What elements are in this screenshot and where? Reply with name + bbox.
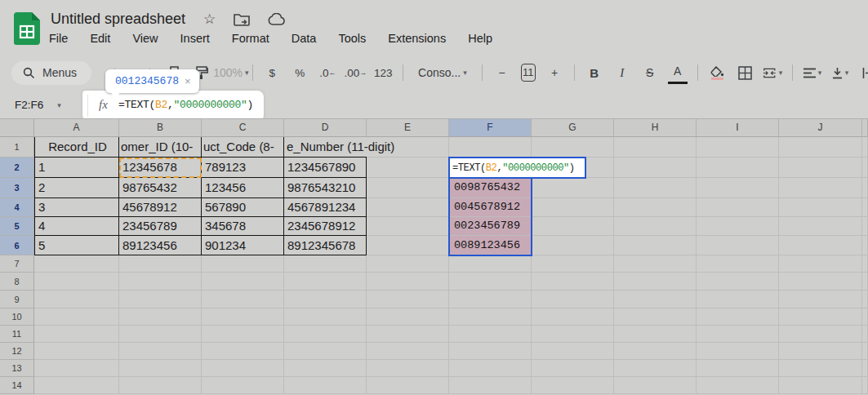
cell-A10[interactable] xyxy=(34,308,119,326)
cell-D14[interactable] xyxy=(284,377,367,394)
cell-E3[interactable] xyxy=(367,178,449,198)
row-header-6[interactable]: 6 xyxy=(0,236,34,255)
cell-K11[interactable] xyxy=(862,326,868,343)
cell-A1[interactable]: Record_ID xyxy=(34,137,119,158)
cell-D9[interactable] xyxy=(284,291,367,308)
cell-K5[interactable] xyxy=(862,217,868,236)
column-header-H[interactable]: H xyxy=(614,119,697,137)
cell-B13[interactable] xyxy=(119,360,202,377)
cell-H14[interactable] xyxy=(614,377,697,394)
font-dropdown[interactable]: Conso...▾ xyxy=(413,63,472,82)
cell-B10[interactable] xyxy=(119,308,202,326)
menu-item-view[interactable]: View xyxy=(132,32,158,45)
cell-I14[interactable] xyxy=(697,377,779,394)
increase-decimal-button[interactable]: .00→ xyxy=(345,63,365,82)
cell-C5[interactable]: 345678 xyxy=(202,217,284,236)
column-header-C[interactable]: C xyxy=(202,119,284,137)
cell-G7[interactable] xyxy=(532,255,614,273)
row-header-4[interactable]: 4 xyxy=(0,198,34,217)
cell-K13[interactable] xyxy=(862,360,868,377)
cell-K8[interactable] xyxy=(862,273,868,291)
cell-G8[interactable] xyxy=(532,273,614,291)
cell-C3[interactable]: 123456 xyxy=(202,178,284,198)
cell-B4[interactable]: 45678912 xyxy=(119,198,202,217)
row-header-11[interactable]: 11 xyxy=(0,326,34,343)
cell-G9[interactable] xyxy=(532,291,614,308)
cell-K7[interactable] xyxy=(862,255,868,273)
cell-G4[interactable] xyxy=(532,198,614,217)
row-header-12[interactable]: 12 xyxy=(0,343,34,360)
cell-D10[interactable] xyxy=(284,308,367,326)
row-header-3[interactable]: 3 xyxy=(0,178,34,198)
select-all-corner[interactable] xyxy=(0,119,34,137)
cell-B5[interactable]: 23456789 xyxy=(119,217,202,236)
cell-J1[interactable] xyxy=(779,137,862,158)
bold-button[interactable]: B xyxy=(585,63,604,82)
cell-H3[interactable] xyxy=(614,178,697,198)
row-header-14[interactable]: 14 xyxy=(0,377,34,394)
row-header-1[interactable]: 1 xyxy=(0,137,34,158)
cell-A11[interactable] xyxy=(34,326,119,343)
cell-C1[interactable]: uct_Code (8- xyxy=(202,137,284,158)
cell-I6[interactable] xyxy=(697,236,779,255)
cell-D2[interactable]: 1234567890 xyxy=(284,158,367,178)
cell-I8[interactable] xyxy=(697,273,779,291)
cell-E7[interactable] xyxy=(367,255,449,273)
cell-I12[interactable] xyxy=(697,343,779,360)
cell-F11[interactable] xyxy=(449,326,532,343)
cell-E11[interactable] xyxy=(367,326,449,343)
cell-B2[interactable]: 12345678 xyxy=(119,158,202,178)
cell-E2[interactable] xyxy=(367,158,449,178)
cell-B6[interactable]: 89123456 xyxy=(119,236,202,255)
menu-item-tools[interactable]: Tools xyxy=(338,32,366,45)
cell-G14[interactable] xyxy=(532,377,614,394)
cell-E10[interactable] xyxy=(367,308,449,326)
cell-H12[interactable] xyxy=(614,343,697,360)
cell-G5[interactable] xyxy=(532,217,614,236)
cell-C4[interactable]: 567890 xyxy=(202,198,284,217)
cell-C2[interactable]: 789123 xyxy=(202,158,284,178)
cell-B7[interactable] xyxy=(119,255,202,273)
column-header-D[interactable]: D xyxy=(284,119,367,137)
cell-F1[interactable] xyxy=(449,137,532,158)
menu-item-format[interactable]: Format xyxy=(232,32,269,45)
row-header-8[interactable]: 8 xyxy=(0,273,34,291)
cell-A2[interactable]: 1 xyxy=(34,158,119,178)
cell-K10[interactable] xyxy=(862,308,868,326)
menu-item-help[interactable]: Help xyxy=(468,32,492,45)
cell-B8[interactable] xyxy=(119,273,202,291)
column-header-E[interactable]: E xyxy=(367,119,449,137)
menu-item-data[interactable]: Data xyxy=(292,32,317,45)
cell-F9[interactable] xyxy=(449,291,532,308)
cell-F6[interactable]: 0089123456 xyxy=(450,236,531,255)
column-header-B[interactable]: B xyxy=(119,119,202,137)
cell-E12[interactable] xyxy=(367,343,449,360)
cell-J14[interactable] xyxy=(779,377,862,394)
currency-format-button[interactable]: $ xyxy=(262,63,282,82)
cell-G13[interactable] xyxy=(532,360,614,377)
cell-J7[interactable] xyxy=(779,255,862,273)
merge-cells-button[interactable]: ▾ xyxy=(763,63,782,82)
cell-I10[interactable] xyxy=(697,308,779,326)
cell-B3[interactable]: 98765432 xyxy=(119,178,202,198)
cell-J3[interactable] xyxy=(779,178,862,198)
cell-H6[interactable] xyxy=(614,236,697,255)
fill-color-button[interactable] xyxy=(707,63,727,82)
cell-J11[interactable] xyxy=(779,326,862,343)
cell-E1[interactable] xyxy=(367,137,449,158)
cell-D3[interactable]: 9876543210 xyxy=(284,178,367,198)
cell-J4[interactable] xyxy=(779,198,862,217)
cell-C6[interactable]: 901234 xyxy=(202,236,284,255)
text-wrap-button[interactable] xyxy=(858,63,868,82)
cell-D5[interactable]: 2345678912 xyxy=(284,217,367,236)
cell-F12[interactable] xyxy=(449,343,532,360)
vertical-align-button[interactable]: ▾ xyxy=(830,63,850,82)
cell-J13[interactable] xyxy=(779,360,862,377)
column-header-J[interactable]: J xyxy=(779,119,862,137)
cell-D11[interactable] xyxy=(284,326,367,343)
cell-H8[interactable] xyxy=(614,273,697,291)
cell-F13[interactable] xyxy=(449,360,532,377)
editing-cell-F2[interactable]: =TEXT(B2,"0000000000") xyxy=(448,157,586,179)
menu-item-file[interactable]: File xyxy=(49,32,68,45)
increase-font-size-button[interactable]: + xyxy=(545,63,564,82)
